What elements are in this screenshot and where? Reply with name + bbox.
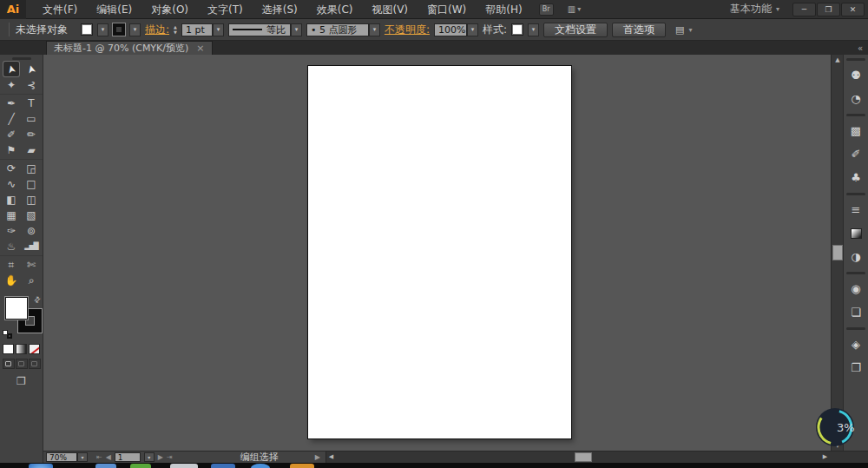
line-segment-tool[interactable]: ╱ <box>3 111 19 126</box>
document-tab[interactable]: 未标题-1 @ 70% (CMYK/预览) × <box>46 41 213 55</box>
color-guide-panel-icon[interactable]: ◔ <box>846 89 865 108</box>
opacity-dropdown[interactable]: ▾ <box>467 23 478 36</box>
menu-view[interactable]: 视图(V) <box>362 0 418 19</box>
document-setup-button[interactable]: 文档设置 <box>543 23 608 37</box>
minimize-button[interactable]: ─ <box>792 3 816 16</box>
draw-behind-button[interactable] <box>16 359 28 369</box>
free-transform-tool[interactable]: □ <box>23 176 39 191</box>
arrange-documents-icon[interactable]: ▥ ▾ <box>568 4 581 14</box>
taskbar-app-icon[interactable] <box>251 464 270 468</box>
stroke-weight-stepper[interactable]: ▲ ▼ <box>174 25 177 35</box>
panel-grip[interactable] <box>846 58 865 61</box>
start-orb-icon[interactable] <box>29 464 53 468</box>
taskbar-app-icon[interactable] <box>130 464 151 468</box>
symbol-sprayer-tool[interactable]: ♨ <box>3 239 19 254</box>
menu-type[interactable]: 文字(T) <box>198 0 253 19</box>
lasso-tool[interactable]: ⊰ <box>23 77 39 92</box>
bridge-icon[interactable]: Br <box>539 3 554 16</box>
symbols-panel-icon[interactable]: ♣ <box>846 168 865 187</box>
panel-grip[interactable] <box>846 193 865 195</box>
appearance-panel-icon[interactable]: ◉ <box>846 280 865 298</box>
color-panel-icon[interactable]: ⚉ <box>846 66 865 84</box>
selection-tool[interactable]: ➤ <box>3 62 19 76</box>
stroke-panel-icon[interactable]: ≡ <box>846 201 865 219</box>
stroke-color-swatch[interactable] <box>113 23 125 36</box>
column-graph-tool[interactable]: ▂▅█ <box>23 239 39 254</box>
width-profile-dropdown[interactable]: ▾ <box>291 23 302 36</box>
mesh-tool[interactable]: ▦ <box>3 208 19 222</box>
style-swatch[interactable] <box>511 23 523 36</box>
panel-grip[interactable] <box>846 114 865 116</box>
taskbar-app-icon[interactable] <box>95 464 116 468</box>
draw-inside-button[interactable] <box>29 359 41 369</box>
brushes-panel-icon[interactable]: ✐ <box>846 145 865 163</box>
brush-definition-value[interactable]: • 5 点圆形 <box>306 23 369 36</box>
magic-wand-tool[interactable]: ✦ <box>3 77 19 92</box>
tab-close-icon[interactable]: × <box>196 43 204 53</box>
prev-artboard-icon[interactable]: ◀ <box>106 453 111 461</box>
artboard-number-field[interactable]: 1 <box>115 452 141 462</box>
taskbar-app-icon[interactable] <box>290 464 314 468</box>
artboard[interactable] <box>308 66 571 438</box>
vertical-scroll-thumb[interactable] <box>832 245 843 260</box>
vertical-scrollbar[interactable]: ▲ ▼ <box>831 55 843 451</box>
menu-window[interactable]: 窗口(W) <box>418 0 476 19</box>
brush-definition-dropdown[interactable]: ▾ <box>369 23 380 36</box>
canvas-pasteboard[interactable] <box>43 55 831 451</box>
panel-grip[interactable] <box>12 57 31 60</box>
status-flyout-icon[interactable]: ▶ <box>315 453 320 461</box>
none-button[interactable] <box>29 344 40 354</box>
rotate-tool[interactable]: ⟳ <box>3 161 19 175</box>
zoom-dropdown[interactable]: ▾ <box>77 452 88 462</box>
draw-normal-button[interactable] <box>3 359 15 369</box>
taskbar-app-icon[interactable] <box>211 464 235 468</box>
menu-object[interactable]: 对象(O) <box>141 0 198 19</box>
scroll-left-icon[interactable]: ◀ <box>326 452 336 463</box>
panel-grip[interactable] <box>846 272 865 274</box>
menu-edit[interactable]: 编辑(E) <box>87 0 141 19</box>
shape-builder-tool[interactable]: ◧ <box>3 192 19 207</box>
opacity-link[interactable]: 不透明度: <box>385 23 430 37</box>
swatches-panel-icon[interactable]: ▩ <box>846 122 865 140</box>
style-dropdown[interactable]: ▾ <box>528 23 539 36</box>
direct-selection-tool[interactable]: ➤ <box>23 62 39 76</box>
layers-panel-icon[interactable]: ◈ <box>846 335 865 353</box>
restore-button[interactable]: ❐ <box>817 3 840 16</box>
perspective-grid-tool[interactable]: ◫ <box>23 192 39 207</box>
horizontal-scrollbar[interactable]: ◀ ▶ <box>326 452 868 464</box>
menu-select[interactable]: 选择(S) <box>253 0 307 19</box>
pen-tool[interactable]: ✒ <box>3 96 19 110</box>
scroll-up-icon[interactable]: ▲ <box>832 55 844 65</box>
dock-collapse-icon[interactable]: « <box>858 41 863 55</box>
stroke-link[interactable]: 描边: <box>145 23 169 37</box>
last-artboard-icon[interactable]: ⇥ <box>167 453 173 461</box>
artboard-tool[interactable]: ⌗ <box>3 257 19 272</box>
graphic-styles-panel-icon[interactable]: ❏ <box>846 303 865 321</box>
gradient-tool[interactable]: ▧ <box>23 208 39 222</box>
artboard-dropdown[interactable]: ▾ <box>144 452 155 462</box>
paintbrush-tool[interactable]: ✐ <box>3 127 19 142</box>
eyedropper-tool[interactable]: ✑ <box>3 223 19 238</box>
fill-dropdown-button[interactable]: ▾ <box>97 23 108 36</box>
fill-color-swatch[interactable] <box>81 23 93 36</box>
swap-fill-stroke-icon[interactable]: ⇄ <box>32 294 43 305</box>
stroke-weight-dropdown[interactable]: ▾ <box>213 23 224 36</box>
screen-mode-button[interactable]: ❐ <box>0 375 43 387</box>
zoom-tool[interactable]: ⌕ <box>23 273 39 287</box>
pencil-tool[interactable]: ✏ <box>23 127 39 142</box>
gradient-panel-icon[interactable] <box>846 224 865 242</box>
type-tool[interactable]: T <box>23 96 39 110</box>
preferences-button[interactable]: 首选项 <box>612 23 666 37</box>
scale-tool[interactable]: ◲ <box>23 161 39 175</box>
horizontal-scroll-thumb[interactable] <box>575 452 592 462</box>
windows-taskbar[interactable] <box>0 463 868 468</box>
first-artboard-icon[interactable]: ⇤ <box>96 453 102 461</box>
gradient-button[interactable] <box>16 344 27 354</box>
next-artboard-icon[interactable]: ▶ <box>158 453 163 461</box>
slice-tool[interactable]: ✄ <box>23 257 39 272</box>
blob-brush-tool[interactable]: ⚑ <box>3 142 19 157</box>
menu-effect[interactable]: 效果(C) <box>307 0 363 19</box>
color-button[interactable] <box>3 344 14 354</box>
transparency-panel-icon[interactable]: ◑ <box>846 247 865 266</box>
taskbar-app-icon[interactable] <box>170 464 198 468</box>
